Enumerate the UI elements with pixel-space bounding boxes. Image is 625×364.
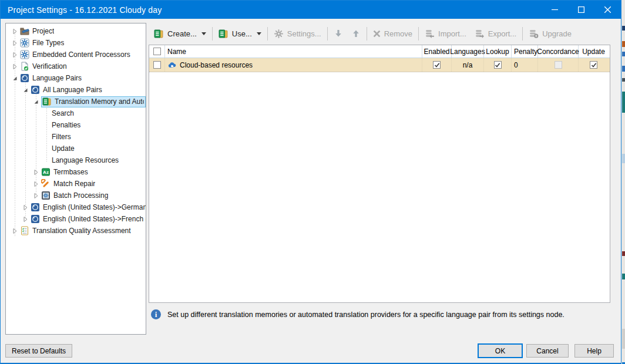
column-header-lookup[interactable]: Lookup [484,45,512,58]
column-header-update[interactable]: Update [579,45,609,58]
expander-expanded-icon[interactable] [22,87,29,93]
verification-icon [20,62,29,71]
penalty-cell[interactable]: 0 [512,58,538,72]
reset-to-defaults-button[interactable]: Reset to Defaults [5,344,72,358]
expander-collapsed-icon[interactable] [33,169,39,176]
column-label: Concordance [537,48,579,56]
chevron-down-icon [257,32,261,35]
column-header-languages[interactable]: Languages [452,45,484,58]
row-checkbox[interactable] [153,61,161,69]
select-all-checkbox[interactable] [153,48,161,55]
sidebar-item-english-german[interactable]: English (United States)->German ( [6,201,146,213]
close-button[interactable] [594,1,621,19]
sidebar-item-english-french[interactable]: English (United States)->French (F [6,213,146,225]
column-header-enabled[interactable]: Enabled [422,45,452,58]
project-settings-dialog: Project Settings - 16.12.2021 Cloudy day… [0,0,621,364]
expander-collapsed-icon[interactable] [12,52,18,58]
sidebar-item-label: Penalties [52,121,80,129]
background-fragment [622,52,625,56]
expander-collapsed-icon[interactable] [22,204,29,211]
select-all-header-cell [149,45,165,58]
column-label: Penalty [514,48,537,56]
sidebar-item-label: Batch Processing [53,191,108,200]
sidebar-item-search[interactable]: Search [6,107,146,119]
export-button[interactable]: Export... [471,25,520,42]
sidebar-item-language-pairs[interactable]: Language Pairs [6,72,146,84]
settings-button[interactable]: Settings... [270,25,325,42]
lookup-checkbox[interactable] [494,61,502,69]
sidebar-item-project[interactable]: Project [6,25,146,37]
sidebar-item-label: Match Repair [53,180,95,188]
language-pair-icon [31,214,40,224]
use-button[interactable]: Use... [214,25,266,42]
expander-collapsed-icon[interactable] [12,228,18,234]
expander-collapsed-icon[interactable] [33,193,39,199]
svg-text:Az: Az [43,170,49,175]
tm-icon [154,29,164,39]
row-select-cell [149,58,165,72]
expander-collapsed-icon[interactable] [12,63,18,70]
move-down-button[interactable] [330,25,347,42]
import-button[interactable]: Import... [421,25,471,42]
sidebar-item-verification[interactable]: Verification [6,60,146,72]
update-cell [579,58,609,72]
move-up-button[interactable] [347,25,365,42]
ok-button[interactable]: OK [478,343,523,358]
info-bar: i Set up different translation memories … [151,309,611,319]
column-label: Name [167,48,186,56]
language-pair-icon [31,203,40,212]
create-button[interactable]: Create... [150,25,210,42]
sidebar-item-batch-processing[interactable]: Batch Processing [6,190,146,201]
match-repair-icon [41,179,51,188]
language-pairs-icon [20,73,29,83]
sidebar-item-termbases[interactable]: Az Termbases [6,166,146,178]
column-header-name[interactable]: Name [165,45,422,58]
maximize-button[interactable] [568,1,594,19]
expander-collapsed-icon[interactable] [12,40,18,46]
sidebar-item-label: Search [52,109,74,117]
sidebar-item-all-language-pairs[interactable]: All Language Pairs [6,84,146,96]
embedded-content-processors-icon [20,50,29,59]
column-label: Update [582,48,605,56]
minimize-button[interactable] [542,1,568,19]
title-bar[interactable]: Project Settings - 16.12.2021 Cloudy day [1,1,621,19]
column-header-concordance[interactable]: Concordance [538,45,579,58]
update-checkbox[interactable] [590,61,597,69]
cancel-button[interactable]: Cancel [526,344,569,358]
table-row[interactable]: Cloud-based resources n/a 0 [149,58,610,72]
background-fragment [622,66,625,72]
spacer [43,110,50,117]
help-button[interactable]: Help [574,344,614,358]
sidebar-item-label: English (United States)->French (F [43,215,146,223]
column-header-penalty[interactable]: Penalty [512,45,538,58]
enabled-checkbox[interactable] [433,61,441,69]
expander-collapsed-icon[interactable] [33,181,39,187]
close-icon [604,6,611,13]
expander-collapsed-icon[interactable] [12,28,18,35]
penalty-value: 0 [514,61,518,69]
expander-collapsed-icon[interactable] [22,216,29,223]
sidebar-item-update[interactable]: Update [6,143,146,154]
sidebar-item-embedded-content-processors[interactable]: Embedded Content Processors [6,49,146,60]
minimize-icon [552,6,558,13]
row-name-cell: Cloud-based resources [165,58,422,72]
sidebar-item-translation-memory[interactable]: Translation Memory and Auto [6,96,146,107]
expander-expanded-icon[interactable] [33,99,39,105]
sidebar-item-filters[interactable]: Filters [6,131,146,143]
expander-expanded-icon[interactable] [12,75,18,82]
sidebar-item-label: Project [32,27,54,35]
toolbar-separator [418,27,419,41]
sidebar-item-file-types[interactable]: File Types [6,37,146,49]
sidebar-item-label: File Types [32,39,64,47]
info-icon: i [151,309,161,319]
import-label: Import... [438,29,466,38]
sidebar-item-tqa[interactable]: Translation Quality Assessment [6,225,146,237]
sidebar-item-match-repair[interactable]: Match Repair [6,178,146,190]
sidebar-item-language-resources[interactable]: Language Resources [6,154,146,166]
table-header: Name Enabled Languages Lookup Penalty Co… [149,45,610,58]
sidebar-item-penalties[interactable]: Penalties [6,119,146,131]
export-icon [475,29,485,39]
upgrade-button[interactable]: Upgrade [525,25,576,42]
settings-tree: Project File Types Embedded Content Proc… [5,23,146,335]
remove-button[interactable]: Remove [369,25,416,42]
